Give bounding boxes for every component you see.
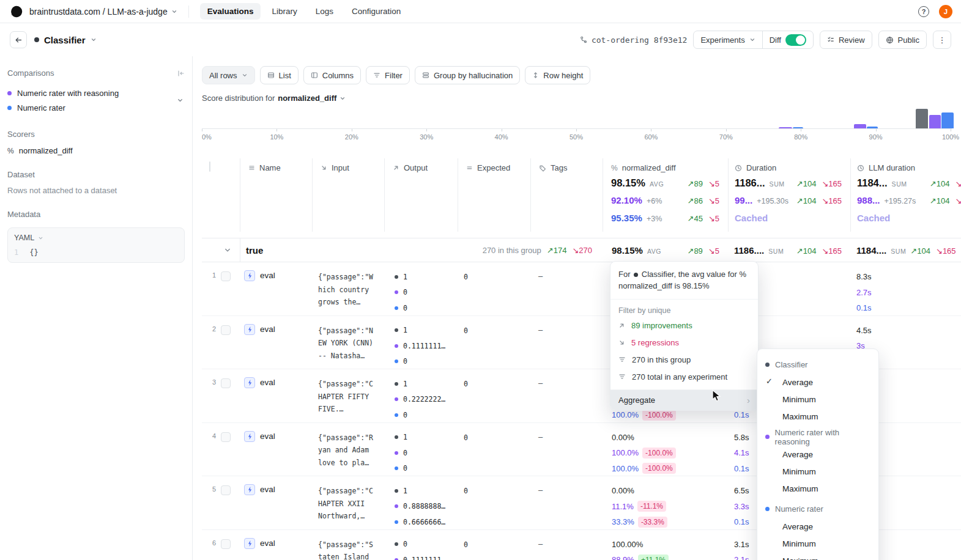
- output-cell[interactable]: 100: [384, 262, 458, 316]
- row-checkbox[interactable]: [221, 325, 231, 335]
- review-button[interactable]: Review: [820, 31, 872, 49]
- filter-button[interactable]: Filter: [366, 66, 410, 84]
- chevron-down-icon[interactable]: [202, 246, 240, 254]
- score-cell[interactable]: 0.00%11.1%-11.1%33.3%-33.3%: [603, 476, 728, 530]
- aggregate-menu-item[interactable]: Aggregate ›: [610, 389, 758, 410]
- submenu-option-maximum[interactable]: Maximum: [757, 552, 878, 560]
- score-distribution-label[interactable]: Score distribution for normalized_diff: [202, 94, 961, 103]
- histogram-bar[interactable]: [854, 124, 866, 128]
- expected-cell[interactable]: 0: [458, 369, 530, 423]
- name-cell[interactable]: eval: [240, 369, 312, 423]
- yaml-format-select[interactable]: YAML: [14, 234, 34, 242]
- tab-library[interactable]: Library: [264, 3, 304, 20]
- group-row-true[interactable]: true 270 in this group ↗174 ↘270 98.15% …: [202, 238, 961, 262]
- select-all-checkbox[interactable]: [209, 161, 210, 172]
- input-cell[interactable]: {"passage":"S taten Island: [312, 530, 384, 560]
- row-checkbox[interactable]: [221, 432, 231, 442]
- tab-logs[interactable]: Logs: [308, 3, 341, 20]
- submenu-option-minimum[interactable]: Minimum: [757, 535, 878, 552]
- histogram-bar[interactable]: [916, 109, 929, 128]
- output-cell[interactable]: 10.2222222…0: [384, 369, 458, 423]
- histogram-bar[interactable]: [779, 127, 792, 128]
- column-header-normalized-diff[interactable]: %normalized_diff 98.15% AVG ↗89↘5 92.10%…: [603, 158, 728, 232]
- expected-cell[interactable]: 0: [458, 423, 530, 477]
- collapse-sidebar-icon[interactable]: [177, 70, 185, 77]
- submenu-option-maximum[interactable]: Maximum: [757, 408, 878, 425]
- experiment-title[interactable]: Classifier: [34, 35, 97, 45]
- tab-configuration[interactable]: Configuration: [344, 3, 408, 20]
- expected-cell[interactable]: 0: [458, 316, 530, 370]
- input-cell[interactable]: {"passage":"W hich country grows the…: [312, 262, 384, 316]
- submenu-option-maximum[interactable]: Maximum: [757, 480, 878, 497]
- score-cell[interactable]: 0.00%100.0%-100.0%100.0%-100.0%: [603, 423, 728, 477]
- menu-item-5-regressions[interactable]: 5 regressions: [610, 334, 758, 351]
- column-header-tags[interactable]: Tags: [530, 158, 603, 232]
- more-options-button[interactable]: ⋮: [933, 31, 951, 49]
- output-cell[interactable]: 00.1111111: [384, 530, 458, 560]
- column-header-expected[interactable]: Expected: [458, 158, 530, 232]
- llm-duration-cell[interactable]: 8.3s2.7s0.1s: [850, 262, 961, 316]
- column-header-output[interactable]: Output: [384, 158, 458, 232]
- project-breadcrumb[interactable]: braintrustdata.com / LLM-as-a-judge: [29, 7, 177, 17]
- histogram-bar[interactable]: [867, 127, 878, 128]
- submenu-option-average[interactable]: Average: [757, 446, 878, 463]
- experiments-dropdown[interactable]: Experiments: [694, 31, 762, 48]
- expected-cell[interactable]: 0: [458, 262, 530, 316]
- submenu-option-minimum[interactable]: Minimum: [757, 463, 878, 480]
- column-header-name[interactable]: Name: [240, 158, 312, 232]
- histogram-bar[interactable]: [793, 127, 803, 128]
- name-cell[interactable]: eval: [240, 316, 312, 370]
- tab-evaluations[interactable]: Evaluations: [200, 3, 261, 20]
- back-button[interactable]: [10, 31, 27, 48]
- output-cell[interactable]: 10.8888888…0.6666666…: [384, 476, 458, 530]
- row-checkbox[interactable]: [221, 485, 231, 495]
- output-cell[interactable]: 10.1111111…0: [384, 316, 458, 370]
- score-cell[interactable]: 100.00%88.9%+11.1%: [603, 530, 728, 560]
- input-cell[interactable]: {"passage":"C HAPTER FIFTY FIVE.…: [312, 369, 384, 423]
- yaml-content[interactable]: {}: [29, 248, 38, 257]
- menu-item-89-improvements[interactable]: 89 improvements: [610, 317, 758, 334]
- all-rows-button[interactable]: All rows: [202, 66, 255, 84]
- chevron-down-icon[interactable]: [177, 97, 184, 104]
- table-row[interactable]: 1 eval {"passage":"W hich country grows …: [202, 262, 961, 316]
- name-cell[interactable]: eval: [240, 262, 312, 316]
- column-header-duration[interactable]: Duration 1186... SUM ↗104↘165 99... +195…: [728, 158, 850, 232]
- avatar[interactable]: J: [939, 5, 952, 18]
- tags-cell[interactable]: –: [530, 423, 603, 477]
- group-by-hallucination-button[interactable]: Group by hallucination: [415, 66, 520, 84]
- tags-cell[interactable]: –: [530, 262, 603, 316]
- output-cell[interactable]: 100: [384, 423, 458, 477]
- public-button[interactable]: Public: [878, 31, 927, 49]
- menu-item-270-in-this-group[interactable]: 270 in this group: [610, 351, 758, 368]
- comparison-item[interactable]: Numeric rater: [7, 100, 170, 115]
- diff-toggle[interactable]: [785, 34, 806, 46]
- submenu-option-minimum[interactable]: Minimum: [757, 391, 878, 408]
- expected-cell[interactable]: 0: [458, 530, 530, 560]
- row-checkbox[interactable]: [221, 271, 231, 281]
- histogram-bar[interactable]: [929, 115, 941, 128]
- metadata-editor[interactable]: YAML 1 {}: [7, 227, 185, 263]
- submenu-option-average[interactable]: Average: [757, 518, 878, 535]
- tags-cell[interactable]: –: [530, 316, 603, 370]
- columns-button[interactable]: Columns: [303, 66, 361, 84]
- menu-item-270-total-in-any-experiment[interactable]: 270 total in any experiment: [610, 368, 758, 385]
- column-header-input[interactable]: Input: [312, 158, 384, 232]
- tags-cell[interactable]: –: [530, 369, 603, 423]
- tags-cell[interactable]: –: [530, 530, 603, 560]
- tags-cell[interactable]: –: [530, 476, 603, 530]
- input-cell[interactable]: {"passage":"R yan and Adam love to pla…: [312, 423, 384, 477]
- scorer-item[interactable]: % normalized_diff: [7, 146, 185, 155]
- expected-cell[interactable]: 0: [458, 476, 530, 530]
- name-cell[interactable]: eval: [240, 530, 312, 560]
- input-cell[interactable]: {"passage":"N EW YORK (CNN) -- Natasha…: [312, 316, 384, 370]
- row-checkbox[interactable]: [221, 378, 231, 388]
- name-cell[interactable]: eval: [240, 476, 312, 530]
- column-header-llm-duration[interactable]: LLM duration 1184... SUM ↗104↘165 988...…: [850, 158, 961, 232]
- help-icon[interactable]: ?: [918, 6, 929, 17]
- submenu-option-average[interactable]: ✓Average: [757, 374, 878, 391]
- comparison-item[interactable]: Numeric rater with reasoning: [7, 86, 170, 100]
- row-checkbox[interactable]: [221, 539, 231, 549]
- histogram-bar[interactable]: [941, 112, 954, 128]
- row-height-button[interactable]: Row height: [525, 66, 590, 84]
- list-button[interactable]: List: [260, 66, 299, 84]
